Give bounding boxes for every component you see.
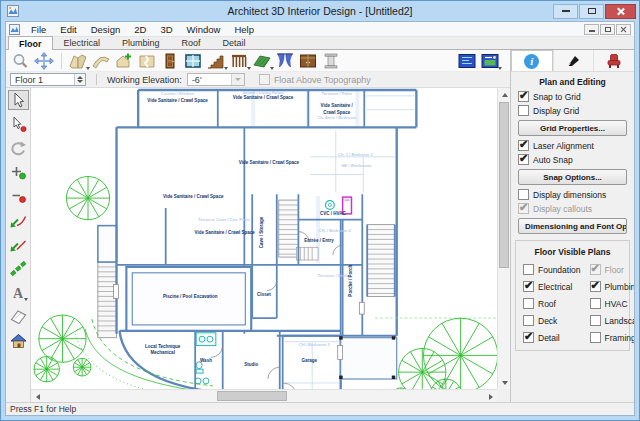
roof-tool-icon[interactable] [251, 51, 273, 71]
text-tool-icon[interactable]: A [8, 282, 29, 302]
floor-selector-value: Floor 1 [11, 75, 74, 85]
rotate-tool-icon[interactable] [8, 138, 29, 158]
maximize-button[interactable] [579, 4, 604, 19]
roof-checkbox[interactable]: Roof [523, 298, 581, 309]
drawing-canvas[interactable]: Cuisine / Kitchen Séjour / Living Room T… [31, 88, 510, 402]
menu-help[interactable]: Help [227, 22, 261, 36]
stairs-tool-icon[interactable] [205, 51, 227, 71]
chair-icon [606, 53, 622, 69]
tab-furnishings[interactable] [593, 50, 634, 71]
spin-up-icon [77, 76, 83, 79]
detail-checkbox[interactable]: Detail [523, 332, 581, 343]
mdi-restore-button[interactable] [600, 24, 615, 35]
plan-editing-panel: Plan and Editing Snap to Grid Display Gr… [511, 72, 634, 402]
working-elevation-label: Working Elevation: [107, 75, 182, 85]
menu-3d[interactable]: 3D [153, 22, 179, 36]
checkbox [590, 264, 601, 275]
vertical-scrollbar[interactable] [497, 88, 510, 389]
dimension-chain-tool-icon[interactable] [8, 258, 29, 278]
floor-selector[interactable]: Floor 1 [10, 73, 86, 86]
break-wall-tool-icon[interactable] [136, 51, 158, 71]
hvac-checkbox[interactable]: HVAC [590, 298, 634, 309]
checkbox-label: Display Grid [533, 106, 579, 116]
horizontal-scrollbar[interactable] [31, 389, 497, 402]
scroll-down-button[interactable] [498, 376, 511, 389]
mdi-close-button[interactable] [616, 24, 631, 35]
checkbox-label: Display callouts [533, 204, 592, 214]
floor-spinner[interactable] [74, 74, 85, 85]
mdi-minimize-button[interactable] [584, 24, 599, 35]
laser-alignment-checkbox[interactable]: Laser Alignment [518, 140, 627, 151]
floor-plan[interactable]: Cuisine / Kitchen Séjour / Living Room T… [31, 88, 497, 401]
select-special-tool-icon[interactable] [8, 114, 29, 134]
foundation-checkbox[interactable]: Foundation [523, 264, 581, 275]
checkbox-label: HVAC [605, 299, 628, 309]
cabinet-tool-icon[interactable] [297, 51, 319, 71]
close-button[interactable] [605, 4, 636, 19]
checkbox-label: Plumbing [605, 282, 634, 292]
checkbox-label: Landscape [605, 316, 634, 326]
scroll-up-button[interactable] [498, 88, 511, 101]
column-tool-icon[interactable] [320, 51, 342, 71]
electrical-checkbox[interactable]: Electrical [523, 281, 581, 292]
door-tool-icon[interactable] [159, 51, 181, 71]
float-above-topography-label: Float Above Topography [274, 75, 371, 85]
add-floor-tool-icon[interactable] [113, 51, 135, 71]
tab-electrical[interactable]: Electrical [53, 36, 112, 49]
svg-text:Vide Sanitaire / Crawl Space: Vide Sanitaire / Crawl Space [163, 194, 224, 199]
add-point-tool-icon[interactable] [8, 162, 29, 182]
menu-bar: File Edit Design 2D 3D Window Help [6, 22, 634, 37]
tab-drawing[interactable] [553, 50, 594, 71]
display-dimensions-checkbox[interactable]: Display dimensions [518, 189, 627, 200]
horizontal-scroll-thumb[interactable] [217, 391, 287, 401]
railing-tool-icon[interactable] [228, 51, 250, 71]
curve-segment-tool-icon[interactable] [8, 210, 29, 230]
menu-edit[interactable]: Edit [53, 22, 83, 36]
checkbox [523, 315, 534, 326]
title-bar[interactable]: Architect 3D Interior Design - [Untitled… [2, 2, 638, 20]
deck-checkbox[interactable]: Deck [523, 315, 581, 326]
straighten-segment-tool-icon[interactable] [8, 234, 29, 254]
plumbing-checkbox[interactable]: Plumbing [590, 281, 634, 292]
tab-plumbing[interactable]: Plumbing [111, 36, 171, 49]
snap-options-button[interactable]: Snap Options... [518, 169, 627, 185]
display-grid-checkbox[interactable]: Display Grid [518, 105, 627, 116]
tab-information[interactable]: i [511, 50, 553, 71]
roof-plane-tool-icon[interactable] [8, 306, 29, 326]
float-above-topography-checkbox[interactable]: Float Above Topography [259, 74, 371, 85]
remove-point-tool-icon[interactable] [8, 186, 29, 206]
zoom-tool-icon[interactable] [10, 51, 32, 71]
menu-2d[interactable]: 2D [127, 22, 153, 36]
menu-design[interactable]: Design [84, 22, 128, 36]
grid-properties-button[interactable]: Grid Properties... [518, 120, 627, 136]
menu-file[interactable]: File [24, 22, 53, 36]
vertical-scroll-thumb[interactable] [499, 102, 509, 268]
combo-dropdown[interactable] [231, 74, 244, 85]
minimize-button[interactable] [553, 4, 578, 19]
tab-floor[interactable]: Floor [8, 36, 53, 50]
plan-view-icon[interactable] [456, 51, 478, 71]
menu-window[interactable]: Window [180, 22, 228, 36]
tab-roof[interactable]: Roof [171, 36, 212, 49]
house-view-tool-icon[interactable] [8, 330, 29, 350]
landscape-checkbox[interactable]: Landscape [590, 315, 634, 326]
curtain-tool-icon[interactable] [274, 51, 296, 71]
curved-wall-tool-icon[interactable] [90, 51, 112, 71]
dimensioning-font-options-button[interactable]: Dimensioning and Font Options... [518, 218, 627, 234]
scroll-right-button[interactable] [484, 390, 497, 403]
scroll-left-button[interactable] [31, 390, 44, 403]
scrollbar-corner [497, 389, 510, 402]
checkbox [518, 189, 529, 200]
auto-snap-checkbox[interactable]: Auto Snap [518, 154, 627, 165]
checkbox [523, 298, 534, 309]
tab-detail[interactable]: Detail [212, 36, 257, 49]
framing-checkbox[interactable]: Framing [590, 332, 634, 343]
working-elevation-combo[interactable]: -6' [187, 73, 245, 86]
3d-view-icon[interactable] [479, 51, 501, 71]
pan-tool-icon[interactable] [33, 51, 55, 71]
snap-to-grid-checkbox[interactable]: Snap to Grid [518, 91, 627, 102]
toolbar-separator [61, 53, 62, 69]
select-tool-icon[interactable] [8, 90, 29, 110]
window-tool-icon[interactable] [182, 51, 204, 71]
wall-tool-icon[interactable] [67, 51, 89, 71]
